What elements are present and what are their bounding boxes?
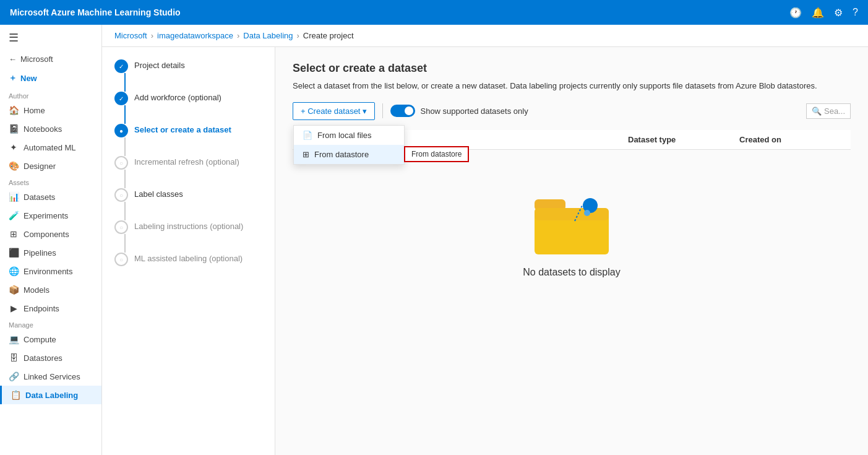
search-icon: 🔍 — [812, 106, 822, 116]
linked-services-icon: 🔗 — [9, 371, 19, 381]
breadcrumb-sep-2: › — [237, 31, 239, 40]
sidebar-item-experiments[interactable]: 🧪 Experiments — [0, 206, 101, 225]
clock-icon[interactable]: 🕐 — [789, 7, 802, 19]
automated-ml-icon: ✦ — [9, 142, 19, 152]
from-datastore-option[interactable]: ⊞ From datastore From datastore — [294, 145, 404, 164]
environments-icon: 🌐 — [9, 266, 19, 276]
supported-datasets-toggle[interactable] — [390, 105, 415, 117]
svg-point-5 — [584, 210, 590, 216]
compute-icon: 💻 — [9, 334, 19, 344]
new-button[interactable]: ＋ New — [0, 67, 101, 89]
step-conn-3 — [124, 137, 126, 156]
datasets-icon: 📊 — [9, 192, 19, 202]
page-description: Select a dataset from the list below, or… — [293, 80, 851, 92]
notebooks-icon: 📓 — [9, 124, 19, 134]
bell-icon[interactable]: 🔔 — [812, 7, 824, 19]
breadcrumb-data-labeling[interactable]: Data Labeling — [243, 31, 293, 40]
endpoints-icon: ▶ — [9, 303, 19, 313]
breadcrumb-microsoft[interactable]: Microsoft — [114, 31, 147, 40]
assets-section-label: Assets — [0, 175, 101, 188]
step-circle-7: ○ — [114, 253, 128, 266]
sidebar-item-environments[interactable]: 🌐 Environments — [0, 262, 101, 280]
step-select-dataset: ● Select or create a dataset — [114, 124, 262, 156]
toggle-label: Show supported datasets only — [420, 106, 528, 116]
search-placeholder: Sea... — [824, 106, 845, 116]
sidebar-item-pipelines[interactable]: ⬛ Pipelines — [0, 243, 101, 262]
sidebar-item-automated-ml[interactable]: ✦ Automated ML — [0, 138, 101, 157]
sidebar-item-components[interactable]: ⊞ Components — [0, 225, 101, 243]
create-dataset-dropdown: 📄 From local files ⊞ From datastore From… — [293, 125, 405, 165]
pipelines-icon: ⬛ — [9, 248, 19, 258]
main-content: Select or create a dataset Select a data… — [275, 47, 868, 455]
step-circle-2: ✓ — [114, 92, 128, 105]
datastore-icon: ⊞ — [303, 150, 309, 159]
steps-panel: ✓ Project details ✓ Add workforce (optio… — [102, 47, 275, 455]
sidebar: ☰ ← Microsoft ＋ New Author 🏠 Home 📓 Note… — [0, 25, 102, 455]
sidebar-item-designer[interactable]: 🎨 Designer — [0, 157, 101, 175]
step-circle-1: ✓ — [114, 59, 128, 73]
steps-and-main: ✓ Project details ✓ Add workforce (optio… — [102, 47, 868, 455]
step-label-6: Labeling instructions (optional) — [134, 220, 243, 232]
step-add-workforce: ✓ Add workforce (optional) — [114, 92, 262, 124]
empty-state: No datasets to display — [293, 150, 851, 315]
models-icon: 📦 — [9, 285, 19, 295]
sidebar-item-endpoints[interactable]: ▶ Endpoints — [0, 299, 101, 318]
toolbar-divider — [382, 103, 383, 118]
sidebar-item-data-labeling[interactable]: 📋 Data Labeling — [0, 386, 101, 404]
breadcrumb-workspace[interactable]: imagedataworkspace — [157, 31, 233, 40]
toolbar: + Create dataset ▾ 📄 From local files ⊞ … — [293, 102, 851, 120]
data-labeling-icon: 📋 — [11, 390, 20, 400]
main-layout: ☰ ← Microsoft ＋ New Author 🏠 Home 📓 Note… — [0, 25, 868, 455]
gear-icon[interactable]: ⚙ — [834, 7, 843, 19]
from-local-files-option[interactable]: 📄 From local files — [294, 126, 404, 145]
step-label-2: Add workforce (optional) — [134, 92, 221, 103]
folder-svg — [531, 187, 612, 255]
step-circle-5: ○ — [114, 188, 128, 202]
topbar-icons: 🕐 🔔 ⚙ ? — [789, 7, 858, 19]
app-title: Microsoft Azure Machine Learning Studio — [10, 7, 784, 17]
folder-icon-container — [531, 187, 612, 257]
help-icon[interactable]: ? — [853, 7, 858, 19]
step-label-5: Label classes — [134, 188, 183, 200]
from-datastore-tooltip: From datastore — [404, 146, 469, 162]
step-label-1: Project details — [134, 59, 185, 71]
home-icon: 🏠 — [9, 105, 19, 115]
step-circle-3: ● — [114, 124, 128, 137]
create-dataset-button[interactable]: + Create dataset ▾ 📄 From local files ⊞ … — [293, 102, 375, 120]
step-circle-4: ○ — [114, 156, 128, 170]
sidebar-item-datasets[interactable]: 📊 Datasets — [0, 188, 101, 206]
workspace-label: ← Microsoft — [0, 51, 101, 67]
breadcrumb-sep-1: › — [151, 31, 153, 40]
col-type-header: Dataset type — [628, 135, 739, 144]
breadcrumb-sep-3: › — [297, 31, 299, 40]
svg-rect-2 — [535, 208, 609, 220]
hamburger-button[interactable]: ☰ — [0, 25, 101, 51]
designer-icon: 🎨 — [9, 161, 19, 171]
sidebar-item-notebooks[interactable]: 📓 Notebooks — [0, 119, 101, 138]
datastores-icon: 🗄 — [9, 353, 19, 363]
step-conn-1 — [124, 73, 126, 92]
step-project-details: ✓ Project details — [114, 59, 262, 92]
sidebar-item-datastores[interactable]: 🗄 Datastores — [0, 349, 101, 367]
sidebar-item-home[interactable]: 🏠 Home — [0, 101, 101, 119]
author-section-label: Author — [0, 89, 101, 101]
step-conn-6 — [124, 234, 126, 253]
step-label-classes: ○ Label classes — [114, 188, 262, 220]
step-conn-5 — [124, 202, 126, 220]
search-box[interactable]: 🔍 Sea... — [806, 103, 851, 119]
sidebar-item-linked-services[interactable]: 🔗 Linked Services — [0, 367, 101, 386]
step-ml-assisted: ○ ML assisted labeling (optional) — [114, 253, 262, 266]
topbar: Microsoft Azure Machine Learning Studio … — [0, 0, 868, 25]
step-label-3: Select or create a dataset — [134, 124, 231, 136]
plus-icon: ＋ — [9, 72, 17, 84]
folder-illustration — [531, 187, 612, 257]
step-conn-4 — [124, 170, 126, 188]
manage-section-label: Manage — [0, 318, 101, 330]
col-created-header: Created on — [739, 135, 851, 144]
step-labeling-instructions: ○ Labeling instructions (optional) — [114, 220, 262, 253]
toggle-container: Show supported datasets only — [390, 105, 528, 117]
breadcrumb-current: Create project — [303, 31, 354, 40]
step-label-4: Incremental refresh (optional) — [134, 156, 239, 168]
sidebar-item-compute[interactable]: 💻 Compute — [0, 330, 101, 349]
sidebar-item-models[interactable]: 📦 Models — [0, 280, 101, 299]
